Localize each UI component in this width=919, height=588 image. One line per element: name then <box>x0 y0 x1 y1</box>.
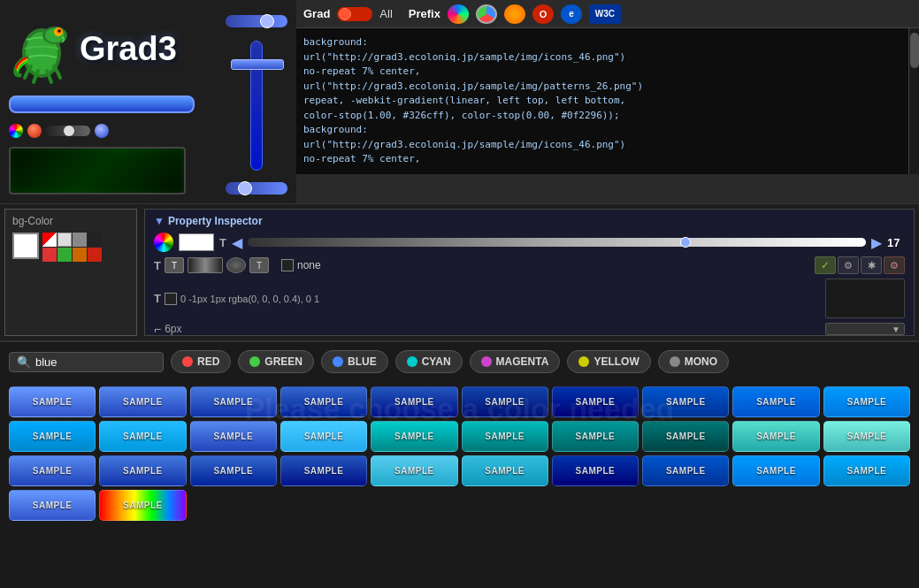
sample-row-4: SAMPLE SAMPLE <box>9 490 910 521</box>
filter-red-btn[interactable]: RED <box>171 350 231 373</box>
sample-btn[interactable]: SAMPLE <box>552 421 639 452</box>
sample-btn[interactable]: SAMPLE <box>190 455 277 486</box>
pi-left-arrow[interactable]: ◀ <box>232 234 242 251</box>
search-box: 🔍 <box>9 352 164 372</box>
sample-btn[interactable]: SAMPLE <box>642 386 729 417</box>
sample-empty-2 <box>280 490 367 521</box>
sample-btn[interactable]: SAMPLE <box>371 455 457 486</box>
search-input[interactable] <box>35 355 150 369</box>
browser-ie-icon[interactable]: e <box>561 4 582 24</box>
browser-safari-icon[interactable] <box>448 4 469 24</box>
app-title: Grad3 <box>80 30 177 68</box>
browser-w3c-icon[interactable]: W3C <box>589 4 621 24</box>
pi-seg-t2[interactable]: T <box>249 257 269 273</box>
mini-slider[interactable] <box>46 126 90 136</box>
swatch-black[interactable] <box>88 233 102 247</box>
sample-btn[interactable]: SAMPLE <box>9 386 96 417</box>
sample-btn[interactable]: SAMPLE <box>280 421 367 452</box>
top-section: Grad3 <box>0 0 919 203</box>
sample-btn[interactable]: SAMPLE <box>642 455 729 486</box>
sample-btn-blue[interactable]: SAMPLE <box>9 490 96 521</box>
swatch-red[interactable] <box>42 248 57 262</box>
sample-btn[interactable]: SAMPLE <box>462 455 548 486</box>
pi-corner-icon: ⌐ <box>154 322 161 336</box>
filter-cyan-btn[interactable]: CYAN <box>395 350 463 373</box>
sample-btn[interactable]: SAMPLE <box>99 421 186 452</box>
filter-mono-btn[interactable]: MONO <box>658 350 729 373</box>
filter-yellow-btn[interactable]: YELLOW <box>567 350 650 373</box>
swatch-red2[interactable] <box>88 248 102 262</box>
sample-btn[interactable]: SAMPLE <box>642 421 729 452</box>
pi-seg-circle-btn[interactable] <box>226 257 246 273</box>
css-output-scrollbar[interactable] <box>908 28 919 174</box>
browser-chrome-icon[interactable] <box>476 4 497 24</box>
pi-seg-t[interactable]: T <box>165 257 184 273</box>
filter-green-btn[interactable]: GREEN <box>238 350 314 373</box>
swatch-orange[interactable] <box>73 248 87 262</box>
samples-grid-area: SAMPLE SAMPLE SAMPLE SAMPLE SAMPLE SAMPL… <box>0 381 919 526</box>
sample-btn-rainbow[interactable]: SAMPLE <box>99 490 186 521</box>
sample-btn[interactable]: SAMPLE <box>99 386 186 417</box>
grad-toggle[interactable] <box>337 7 372 21</box>
sample-row-2: SAMPLE SAMPLE SAMPLE SAMPLE SAMPLE SAMPL… <box>9 421 910 452</box>
pi-font-slider[interactable] <box>248 238 866 247</box>
swatch-gray[interactable] <box>73 233 87 247</box>
browser-firefox-icon[interactable] <box>504 4 525 24</box>
main-color-swatch[interactable] <box>12 233 39 259</box>
swatch-white[interactable] <box>57 233 72 247</box>
pi-right-arrow[interactable]: ▶ <box>871 234 882 251</box>
horizontal-slider-bottom[interactable] <box>226 182 287 195</box>
sample-btn[interactable]: SAMPLE <box>9 455 96 486</box>
pi-border-radius: 6px <box>165 323 181 335</box>
sample-btn[interactable]: SAMPLE <box>732 455 819 486</box>
pi-gear-btn[interactable]: ⚙ <box>838 256 859 274</box>
pi-shadow-checkbox[interactable] <box>165 293 177 305</box>
pi-none-checkbox[interactable] <box>281 259 294 271</box>
filter-magenta-btn[interactable]: MAGENTA <box>470 350 561 373</box>
red-circle-btn[interactable] <box>27 124 42 138</box>
pi-white-swatch[interactable] <box>179 233 214 251</box>
vertical-track[interactable] <box>250 41 263 171</box>
sample-btn[interactable]: SAMPLE <box>823 386 910 417</box>
search-icon: 🔍 <box>17 355 31 369</box>
sample-btn[interactable]: SAMPLE <box>552 386 639 417</box>
multi-color-circle[interactable] <box>9 124 23 138</box>
css-processor-button[interactable] <box>9 95 195 113</box>
pi-row-3: T 0 -1px 1px rgba(0, 0, 0, 0.4), 0 1 <box>154 279 905 318</box>
sample-btn[interactable]: SAMPLE <box>732 421 819 452</box>
sample-btn[interactable]: SAMPLE <box>732 386 819 417</box>
sample-btn[interactable]: SAMPLE <box>371 421 457 452</box>
sample-btn[interactable]: SAMPLE <box>280 455 367 486</box>
filter-blue-btn[interactable]: BLUE <box>321 350 388 373</box>
blue-circle-btn[interactable] <box>95 124 109 138</box>
filter-bar: 🔍 RED GREEN BLUE CYAN MAGENTA <box>0 340 919 381</box>
sample-empty-3 <box>371 490 457 521</box>
samples-container: Please choose a color needed SAMPLE SAMP… <box>0 381 919 526</box>
sample-btn[interactable]: SAMPLE <box>9 421 96 452</box>
swatch-green[interactable] <box>57 248 72 262</box>
sample-btn[interactable]: SAMPLE <box>190 386 277 417</box>
sample-btn[interactable]: SAMPLE <box>552 455 639 486</box>
sample-btn[interactable]: SAMPLE <box>823 421 910 452</box>
sample-btn[interactable]: SAMPLE <box>371 386 457 417</box>
sample-btn[interactable]: SAMPLE <box>462 386 548 417</box>
pi-font-size: 17 <box>887 236 905 249</box>
pi-check-btn[interactable]: ✓ <box>815 256 836 274</box>
browser-opera-icon[interactable]: O <box>532 4 554 24</box>
sample-btn[interactable]: SAMPLE <box>823 455 910 486</box>
app-container: Grad3 <box>0 0 919 588</box>
horizontal-slider[interactable] <box>226 15 287 27</box>
css-output-text[interactable]: background: url("http://grad3.ecoloniq.j… <box>296 28 908 174</box>
sample-empty-6 <box>642 490 729 521</box>
pi-settings-btn[interactable]: ⚙ <box>884 256 905 274</box>
pi-seg-gradient-btn[interactable] <box>188 257 223 273</box>
pi-cursor-btn[interactable]: ✱ <box>861 256 882 274</box>
pi-color-circle[interactable] <box>154 233 173 252</box>
title-area: Grad3 <box>80 30 177 68</box>
sample-btn[interactable]: SAMPLE <box>190 421 277 452</box>
sample-btn[interactable]: SAMPLE <box>462 421 548 452</box>
sample-btn[interactable]: SAMPLE <box>99 455 186 486</box>
pi-preview-dropdown[interactable]: ▼ <box>825 323 905 335</box>
swatch-mixed1[interactable] <box>42 233 57 247</box>
sample-btn[interactable]: SAMPLE <box>280 386 367 417</box>
